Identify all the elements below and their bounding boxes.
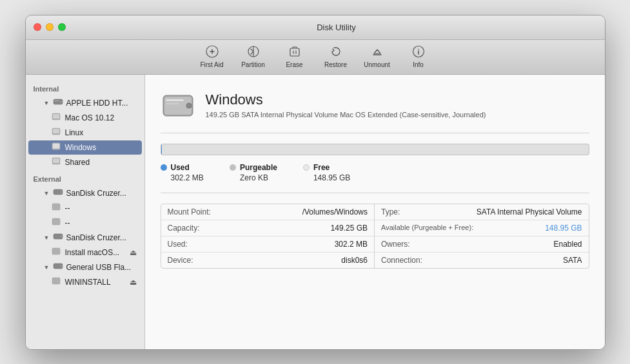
svg-point-10 (61, 101, 62, 102)
owners-label: Owners: (381, 240, 439, 249)
minimize-button[interactable] (46, 23, 54, 31)
sidebar-item-label-dash1: -- (65, 204, 70, 213)
purgeable-dot (230, 164, 236, 171)
sidebar-item-install-macos[interactable]: Install macOS... ⏏ (28, 245, 142, 260)
usage-bar-container (161, 144, 589, 155)
purgeable-label: Purgeable (240, 163, 277, 172)
free-label: Free (313, 163, 330, 172)
connection-label: Connection: (381, 256, 439, 265)
svg-point-21 (61, 191, 62, 193)
volume-name: Windows (206, 91, 486, 108)
sidebar-item-windows[interactable]: Windows (28, 140, 142, 155)
first-aid-label: First Aid (200, 61, 223, 68)
restore-button[interactable]: Restore (317, 42, 355, 72)
first-aid-button[interactable]: First Aid (193, 42, 231, 72)
disk-icon-apple-hdd (53, 98, 63, 108)
content-area: Internal ▼ APPLE HDD HT... (26, 75, 605, 349)
expand-arrow-general-usb: ▼ (44, 264, 52, 271)
type-value: SATA Internal Physical Volume (439, 207, 582, 216)
svg-rect-26 (52, 248, 60, 254)
erase-button[interactable]: Erase (275, 42, 314, 72)
eject-icon-wininstall[interactable]: ⏏ (130, 278, 137, 287)
close-button[interactable] (34, 23, 41, 31)
detail-available: Available (Purgeable + Free): 148.95 GB (375, 220, 589, 236)
window-title: Disk Utility (76, 23, 597, 32)
detail-used: Used: 302.2 MB (161, 236, 375, 253)
partition-button[interactable]: Partition (234, 42, 273, 72)
unmount-icon (371, 45, 384, 60)
restore-icon (330, 45, 342, 60)
mount-point-label: Mount Point: (168, 207, 226, 216)
sidebar-item-sandisk1[interactable]: ▼ SanDisk Cruzer... (28, 186, 142, 200)
sidebar-item-general-usb[interactable]: ▼ General USB Fla... (28, 260, 142, 274)
volume-icon-macos (52, 113, 62, 123)
volume-icon-dash1 (52, 203, 62, 213)
sidebar-item-label-apple-hdd: APPLE HDD HT... (66, 99, 128, 108)
expand-arrow-apple-hdd: ▼ (44, 100, 52, 106)
capacity-value: 149.25 GB (226, 224, 368, 233)
svg-rect-13 (53, 114, 59, 119)
titlebar: Disk Utility (26, 15, 605, 40)
expand-arrow-sandisk1: ▼ (44, 190, 52, 196)
sidebar-item-label-sandisk1: SanDisk Cruzer... (66, 189, 126, 198)
svg-rect-11 (54, 101, 59, 101)
svg-rect-33 (166, 103, 179, 104)
main-panel: Windows 149.25 GB SATA Internal Physical… (145, 75, 605, 349)
capacity-label: Capacity: (168, 224, 226, 233)
volume-icon-wininstall (52, 277, 62, 287)
usage-legend: Used 302.2 MB Purgeable Zero KB (161, 163, 589, 182)
disk-icon-sandisk2 (53, 233, 63, 243)
external-label: External (26, 170, 144, 186)
sidebar-item-sandisk2[interactable]: ▼ SanDisk Cruzer... (28, 231, 142, 245)
legend-purgeable: Purgeable Zero KB (230, 163, 277, 182)
type-label: Type: (381, 207, 439, 216)
device-label: Device: (168, 256, 226, 265)
volume-header: Windows 149.25 GB SATA Internal Physical… (161, 88, 589, 133)
available-value: 148.95 GB (473, 224, 582, 233)
used-detail-value: 302.2 MB (226, 240, 368, 249)
sidebar-item-label-wininstall: WININSTALL (65, 278, 111, 287)
svg-rect-19 (53, 158, 59, 163)
device-value: disk0s6 (226, 256, 368, 265)
unmount-label: Unmount (364, 61, 390, 68)
disk-utility-window: Disk Utility First Aid Partition (25, 15, 605, 350)
svg-rect-15 (53, 129, 59, 133)
sidebar-item-macos[interactable]: Mac OS 10.12 (28, 111, 142, 125)
maximize-button[interactable] (58, 23, 66, 31)
sidebar-item-dash2[interactable]: -- (28, 216, 142, 230)
sidebar-item-shared[interactable]: Shared (28, 155, 142, 169)
erase-label: Erase (286, 61, 302, 68)
svg-rect-17 (53, 144, 59, 148)
detail-capacity: Capacity: 149.25 GB (161, 220, 375, 236)
legend-free: Free 148.95 GB (303, 163, 350, 182)
sidebar-item-label-dash2: -- (65, 218, 70, 227)
sidebar-item-wininstall[interactable]: WININSTALL ⏏ (28, 275, 142, 289)
eject-icon-install-macos[interactable]: ⏏ (130, 248, 137, 257)
toolbar: First Aid Partition Erase (26, 40, 605, 75)
detail-mount-point: Mount Point: /Volumes/Windows (161, 204, 375, 220)
sidebar-item-dash1[interactable]: -- (28, 201, 142, 215)
volume-icon-shared (52, 157, 62, 168)
volume-info: Windows 149.25 GB SATA Internal Physical… (206, 91, 486, 119)
volume-disk-icon (161, 88, 195, 122)
svg-point-34 (186, 103, 192, 108)
usage-bar-fill (161, 144, 162, 155)
usage-section: Used 302.2 MB Purgeable Zero KB (161, 144, 589, 193)
volume-icon-linux (52, 128, 62, 138)
internal-label: Internal (26, 80, 144, 95)
partition-icon (247, 45, 260, 60)
sidebar-item-linux[interactable]: Linux (28, 126, 142, 140)
info-button[interactable]: Info (399, 42, 438, 72)
partition-label: Partition (241, 61, 265, 68)
sidebar-item-apple-hdd[interactable]: ▼ APPLE HDD HT... (28, 96, 142, 110)
unmount-button[interactable]: Unmount (358, 42, 397, 72)
svg-point-8 (418, 49, 419, 50)
free-dot (303, 164, 310, 171)
details-table: Mount Point: /Volumes/Windows Capacity: … (161, 204, 589, 269)
detail-device: Device: disk0s6 (161, 253, 375, 268)
sidebar-item-label-shared: Shared (65, 158, 90, 167)
sidebar-item-label-windows: Windows (65, 143, 97, 152)
svg-rect-23 (52, 218, 60, 225)
traffic-lights (34, 23, 66, 31)
info-label: Info (413, 61, 424, 68)
